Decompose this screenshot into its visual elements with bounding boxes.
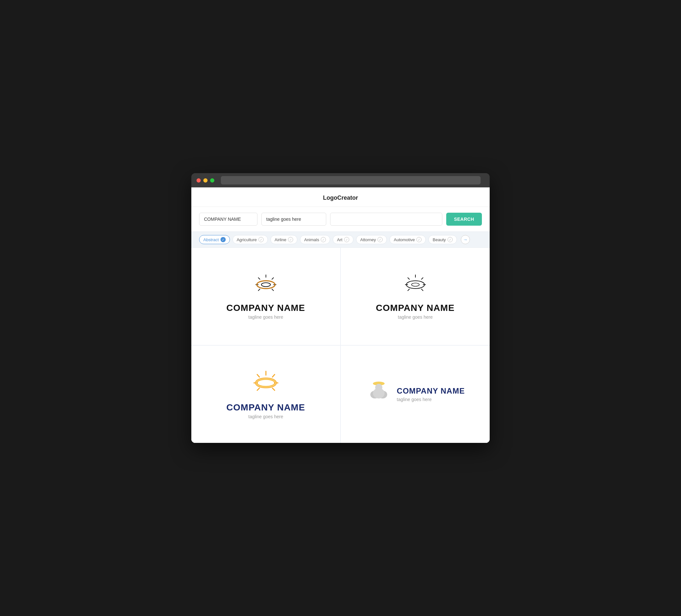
category-label-animals: Animals — [304, 237, 319, 242]
svg-point-26 — [256, 379, 276, 387]
logo3-tagline: tagline goes here — [248, 414, 283, 419]
svg-line-10 — [408, 278, 409, 280]
category-chip-art[interactable]: Art✓ — [333, 235, 353, 244]
category-chip-agriculture[interactable]: Agriculture✓ — [232, 235, 268, 244]
svg-line-24 — [272, 388, 275, 390]
svg-line-19 — [257, 375, 259, 377]
browser-window: LogoCreator SEARCH Abstract✓Agriculture✓… — [191, 173, 490, 443]
category-chip-animals[interactable]: Animals✓ — [300, 235, 330, 244]
logo-icon-1 — [250, 273, 282, 297]
logo1-tagline: tagline goes here — [248, 314, 283, 320]
svg-point-8 — [261, 283, 271, 287]
svg-line-5 — [258, 289, 260, 291]
logo4-tagline: tagline goes here — [397, 397, 465, 402]
logo4-company-name: COMPANY NAME — [397, 386, 465, 395]
color-input[interactable] — [330, 213, 442, 226]
svg-line-23 — [257, 388, 259, 390]
logo-card-4[interactable]: COMPANY NAME tagline goes here — [341, 345, 490, 443]
category-label-airline: Airline — [275, 237, 286, 242]
minimize-button[interactable] — [203, 178, 207, 182]
app-header: LogoCreator — [191, 187, 490, 207]
category-label-automotive: Automotive — [394, 237, 415, 242]
logo-icon-4 — [366, 378, 392, 405]
company-name-input[interactable] — [199, 213, 257, 226]
category-label-attorney: Attorney — [360, 237, 376, 242]
svg-line-15 — [421, 289, 423, 291]
svg-line-14 — [408, 289, 409, 291]
check-icon-automotive: ✓ — [417, 237, 422, 242]
svg-point-17 — [411, 283, 419, 286]
search-bar: SEARCH — [191, 207, 490, 231]
app-title: LogoCreator — [323, 195, 358, 201]
logo-card-2[interactable]: COMPANY NAME tagline goes here — [341, 248, 490, 345]
logo-icon-3 — [248, 369, 284, 396]
category-chip-airline[interactable]: Airline✓ — [271, 235, 297, 244]
logo-card-3[interactable]: COMPANY NAME tagline goes here — [191, 345, 340, 443]
category-chip-abstract[interactable]: Abstract✓ — [199, 235, 230, 244]
maximize-button[interactable] — [210, 178, 215, 182]
category-scroll-right-button[interactable]: → — [461, 235, 470, 244]
check-icon-animals: ✓ — [321, 237, 326, 242]
category-label-beauty: Beauty — [433, 237, 446, 242]
logo-grid: COMPANY NAME tagline goes here — [191, 248, 490, 443]
check-icon-airline: ✓ — [288, 237, 293, 242]
svg-point-7 — [257, 281, 275, 288]
svg-line-11 — [421, 278, 423, 280]
check-icon-beauty: ✓ — [448, 237, 453, 242]
browser-titlebar — [191, 173, 490, 187]
category-label-art: Art — [337, 237, 343, 242]
search-button[interactable]: SEARCH — [446, 213, 482, 226]
logo1-company-name: COMPANY NAME — [226, 303, 305, 313]
category-label-abstract: Abstract — [203, 237, 219, 242]
logo-card-1[interactable]: COMPANY NAME tagline goes here — [191, 248, 340, 345]
check-icon-art: ✓ — [344, 237, 349, 242]
logo3-company-name: COMPANY NAME — [226, 402, 305, 413]
logo-icon-2 — [399, 273, 432, 297]
svg-line-2 — [272, 278, 274, 280]
address-bar[interactable] — [221, 176, 481, 184]
svg-line-1 — [258, 278, 260, 280]
logo2-tagline: tagline goes here — [398, 314, 433, 320]
logo2-company-name: COMPANY NAME — [376, 303, 455, 313]
tagline-input[interactable] — [261, 213, 326, 226]
check-icon-attorney: ✓ — [377, 237, 383, 242]
svg-point-16 — [406, 281, 425, 288]
category-label-agriculture: Agriculture — [237, 237, 257, 242]
svg-line-20 — [272, 375, 275, 377]
browser-content: LogoCreator SEARCH Abstract✓Agriculture✓… — [191, 187, 490, 443]
check-icon-abstract: ✓ — [221, 237, 226, 242]
check-icon-agriculture: ✓ — [258, 237, 263, 242]
logo4-text-group: COMPANY NAME tagline goes here — [397, 386, 465, 402]
category-chip-attorney[interactable]: Attorney✓ — [356, 235, 387, 244]
category-chip-beauty[interactable]: Beauty✓ — [428, 235, 457, 244]
svg-point-31 — [375, 384, 382, 391]
close-button[interactable] — [197, 178, 201, 182]
category-chip-automotive[interactable]: Automotive✓ — [389, 235, 426, 244]
category-bar: Abstract✓Agriculture✓Airline✓Animals✓Art… — [191, 231, 490, 248]
svg-line-6 — [272, 289, 274, 291]
